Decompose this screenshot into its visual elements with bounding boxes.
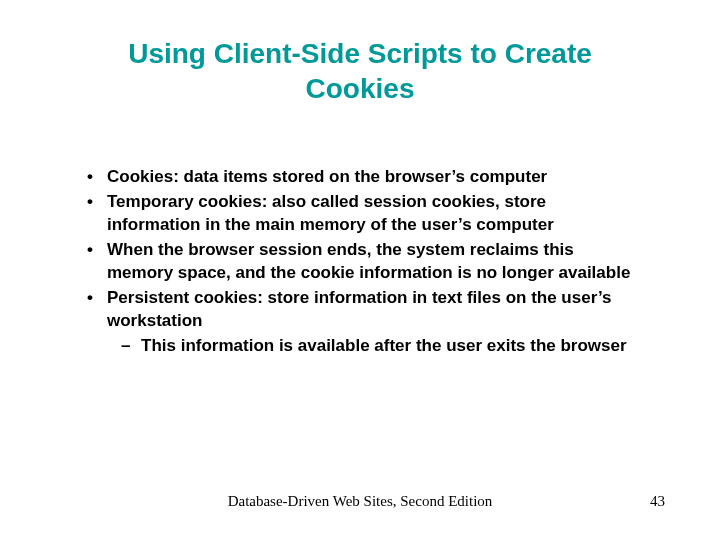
bullet-text: Temporary cookies: also called session c… bbox=[107, 192, 554, 234]
list-item: Persistent cookies: store information in… bbox=[85, 287, 635, 358]
bullet-text: When the browser session ends, the syste… bbox=[107, 240, 630, 282]
list-item: This information is available after the … bbox=[119, 335, 635, 358]
bullet-text: This information is available after the … bbox=[141, 336, 627, 355]
list-item: When the browser session ends, the syste… bbox=[85, 239, 635, 285]
bullet-text: Persistent cookies: store information in… bbox=[107, 288, 611, 330]
bullet-text: Cookies: data items stored on the browse… bbox=[107, 167, 547, 186]
bullet-list: Cookies: data items stored on the browse… bbox=[85, 166, 635, 358]
slide: Using Client-Side Scripts to Create Cook… bbox=[0, 0, 720, 540]
slide-footer: Database-Driven Web Sites, Second Editio… bbox=[0, 493, 720, 510]
slide-title: Using Client-Side Scripts to Create Cook… bbox=[55, 36, 665, 106]
list-item: Temporary cookies: also called session c… bbox=[85, 191, 635, 237]
bullet-list-container: Cookies: data items stored on the browse… bbox=[55, 166, 665, 358]
footer-source: Database-Driven Web Sites, Second Editio… bbox=[175, 493, 545, 510]
page-number: 43 bbox=[545, 493, 665, 510]
list-item: Cookies: data items stored on the browse… bbox=[85, 166, 635, 189]
sub-bullet-list: This information is available after the … bbox=[107, 335, 635, 358]
